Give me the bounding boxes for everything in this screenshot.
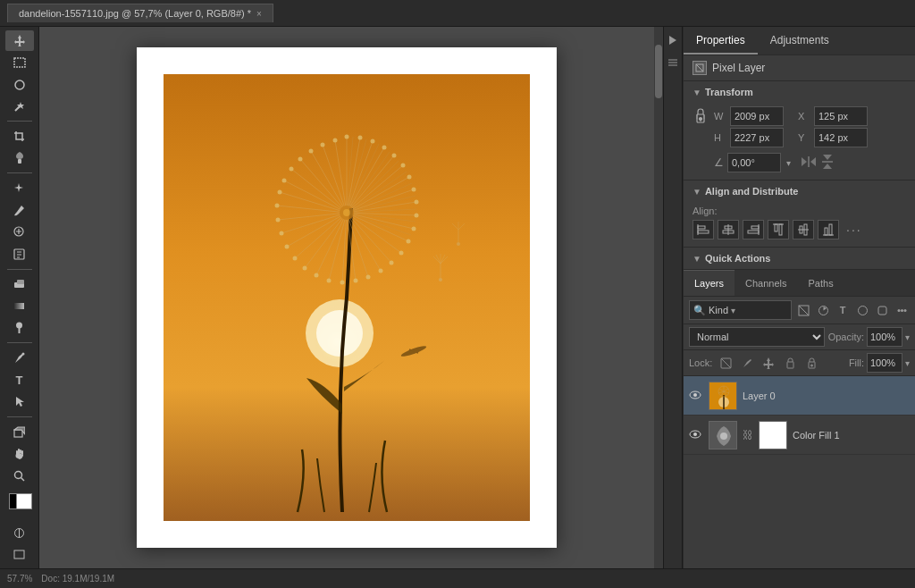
lock-proportions-button[interactable] [693, 108, 709, 124]
type-tool[interactable]: T [5, 370, 34, 391]
background-color[interactable] [16, 493, 32, 509]
fill-input[interactable] [867, 353, 902, 373]
rectangle-select-tool[interactable] [5, 53, 34, 73]
align-bottom-button[interactable] [818, 220, 839, 239]
svg-point-164 [903, 309, 906, 312]
channels-tab[interactable]: Channels [735, 270, 797, 296]
move-tool[interactable] [5, 30, 34, 51]
svg-point-87 [379, 269, 383, 273]
svg-point-76 [382, 146, 387, 150]
x-input[interactable] [814, 106, 868, 126]
layers-tab[interactable]: Layers [684, 270, 735, 296]
layer-row-0[interactable]: Layer 0 [684, 376, 915, 416]
lock-all-button[interactable] [803, 355, 819, 371]
brush-tool[interactable] [5, 200, 34, 221]
align-left-button[interactable] [693, 220, 714, 239]
filter-shape-button[interactable] [854, 302, 870, 318]
paths-tab[interactable]: Paths [798, 270, 844, 296]
zoom-level: 57.7% [7, 574, 32, 584]
opacity-dropdown[interactable]: ▾ [905, 332, 910, 342]
align-vcenter-button[interactable] [793, 220, 814, 239]
transform-section: ▼ Transform [684, 81, 915, 181]
canvas-scrollbar[interactable] [654, 27, 663, 568]
layers-panel: Layers Channels Paths 🔍 Kind ▾ [684, 270, 915, 568]
filter-smart-button[interactable] [874, 302, 890, 318]
width-input[interactable] [730, 106, 784, 126]
filter-dropdown[interactable]: ▾ [731, 306, 735, 315]
align-hcenter-button[interactable] [718, 220, 739, 239]
transform-wh-xy: W H X [714, 106, 906, 149]
align-section-header[interactable]: ▼ Align and Distribute [684, 181, 915, 202]
canvas-area [39, 27, 654, 568]
svg-rect-168 [787, 362, 793, 368]
canvas-wrapper[interactable] [39, 27, 654, 568]
quick-actions-label: Quick Actions [705, 253, 771, 264]
close-tab-button[interactable]: × [256, 9, 262, 19]
align-right-button[interactable] [743, 220, 764, 239]
lasso-tool[interactable] [5, 74, 34, 95]
color-swatches[interactable] [5, 491, 34, 512]
screen-mode-button[interactable] [5, 544, 34, 565]
flip-horizontal-button[interactable] [802, 155, 816, 171]
lock-position-button[interactable] [760, 355, 776, 371]
align-top-button[interactable] [768, 220, 789, 239]
transform-section-header[interactable]: ▼ Transform [684, 81, 915, 103]
svg-line-22 [21, 477, 25, 481]
angle-input[interactable] [727, 153, 781, 172]
svg-point-185 [693, 433, 697, 436]
lock-image-button[interactable] [739, 355, 755, 371]
lock-artboard-button[interactable] [782, 355, 798, 371]
layer-row-color-fill[interactable]: ⛓ Color Fill 1 [684, 416, 915, 455]
svg-line-166 [721, 358, 731, 368]
lock-transparent-button[interactable] [718, 355, 734, 371]
quick-mask-button[interactable] [5, 523, 34, 543]
angle-dropdown[interactable]: ▾ [786, 158, 791, 168]
filter-type-button[interactable]: T [835, 302, 851, 318]
filter-more-button[interactable] [894, 302, 910, 318]
magic-wand-tool[interactable] [5, 97, 34, 117]
history-brush-tool[interactable] [5, 244, 34, 265]
opacity-input[interactable] [867, 327, 902, 347]
svg-point-2 [15, 80, 24, 89]
dodge-tool[interactable] [5, 318, 34, 339]
layer-0-thumbnail [709, 382, 737, 410]
color-fill-visibility-button[interactable] [689, 428, 703, 441]
path-select-tool[interactable] [5, 391, 34, 412]
fill-dropdown[interactable]: ▾ [905, 358, 910, 368]
layers-list: Layer 0 [684, 376, 915, 568]
svg-rect-155 [825, 228, 827, 235]
svg-point-74 [358, 136, 363, 140]
healing-tool[interactable] [5, 178, 34, 198]
layer-filter[interactable]: 🔍 Kind ▾ [689, 300, 792, 320]
eyedropper-tool[interactable] [5, 148, 34, 169]
blend-mode-select[interactable]: Normal Multiply Screen [689, 327, 825, 347]
more-align-button[interactable]: ··· [843, 221, 866, 239]
height-input[interactable] [730, 128, 784, 147]
filter-pixel-button[interactable] [795, 302, 811, 318]
layer-0-visibility-button[interactable] [689, 389, 703, 402]
svg-point-162 [897, 309, 900, 312]
gradient-tool[interactable] [5, 296, 34, 316]
panel-options-button[interactable] [665, 53, 681, 72]
flip-vertical-button[interactable] [821, 155, 834, 172]
svg-point-93 [303, 266, 307, 271]
y-input[interactable] [814, 128, 868, 147]
filter-adjustment-button[interactable] [815, 302, 831, 318]
document-tab[interactable]: dandelion-1557110.jpg @ 57,7% (Layer 0, … [7, 4, 273, 22]
scrollbar-thumb[interactable] [655, 45, 662, 98]
svg-rect-18 [20, 449, 21, 454]
toolbar-divider-5 [7, 416, 32, 417]
eraser-tool[interactable] [5, 274, 34, 295]
adjustments-tab[interactable]: Adjustments [758, 27, 842, 55]
pen-tool[interactable] [5, 348, 34, 368]
zoom-tool[interactable] [5, 466, 34, 486]
hand-tool[interactable] [5, 443, 34, 464]
properties-tab[interactable]: Properties [684, 27, 758, 55]
svg-rect-140 [698, 226, 705, 229]
crop-tool[interactable] [5, 126, 34, 147]
collapse-button[interactable] [665, 30, 681, 50]
shape-tool[interactable] [5, 422, 34, 442]
clone-stamp-tool[interactable] [5, 223, 34, 243]
svg-point-100 [282, 179, 287, 183]
quick-actions-header[interactable]: ▼ Quick Actions [684, 248, 915, 269]
